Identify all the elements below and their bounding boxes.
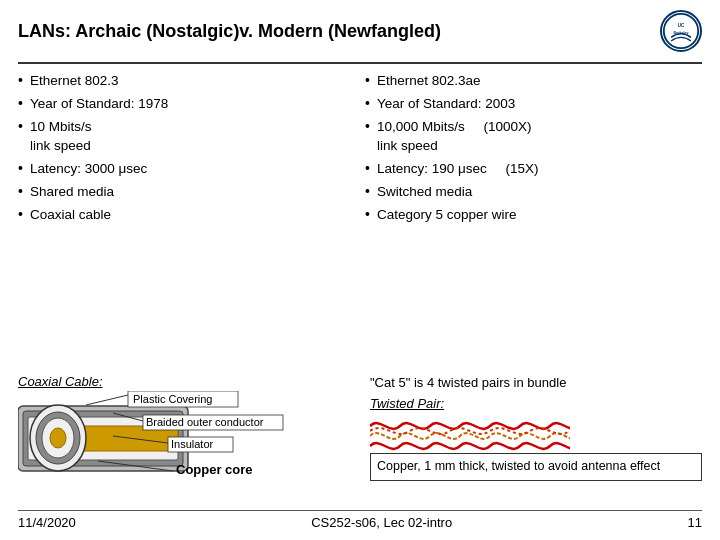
footer-page: 11 (688, 515, 702, 530)
list-item: 10 Mbits/slink speed (18, 118, 355, 154)
page-title: LANs: Archaic (Nostalgic)v. Modern (Newf… (18, 21, 441, 42)
footer: 11/4/2020 CS252-s06, Lec 02-intro 11 (18, 510, 702, 530)
twisted-label: Twisted Pair: (370, 396, 702, 411)
svg-text:Plastic Covering: Plastic Covering (133, 393, 212, 405)
logo: UC Berkeley (660, 10, 702, 52)
diagram-section: Coaxial Cable: (18, 374, 702, 504)
twisted-desc: Copper, 1 mm thick, twisted to avoid ant… (370, 453, 702, 481)
svg-text:Braided outer conductor: Braided outer conductor (146, 416, 264, 428)
list-item: 10,000 Mbits/s (1000X)link speed (365, 118, 702, 154)
list-item: Ethernet 802.3 (18, 72, 355, 90)
divider (18, 62, 702, 64)
footer-date: 11/4/2020 (18, 515, 76, 530)
page: LANs: Archaic (Nostalgic)v. Modern (Newf… (0, 0, 720, 540)
coaxial-label: Coaxial Cable: (18, 374, 103, 389)
twisted-pair-svg (370, 411, 570, 451)
left-bullet-list: Ethernet 802.3 Year of Standard: 1978 10… (18, 72, 355, 225)
right-bullet-list: Ethernet 802.3ae Year of Standard: 2003 … (365, 72, 702, 225)
svg-text:Insulator: Insulator (171, 438, 214, 450)
header: LANs: Archaic (Nostalgic)v. Modern (Newf… (18, 10, 702, 58)
coaxial-area: Coaxial Cable: (18, 374, 358, 504)
list-item: Category 5 copper wire (365, 206, 702, 224)
svg-text:Copper core: Copper core (176, 462, 253, 477)
twisted-area: "Cat 5" is 4 twisted pairs in bundle Twi… (370, 374, 702, 504)
right-column: Ethernet 802.3ae Year of Standard: 2003 … (365, 72, 702, 368)
coaxial-diagram: Plastic Covering Braided outer conductor… (18, 391, 338, 491)
svg-point-10 (50, 428, 66, 448)
footer-course: CS252-s06, Lec 02-intro (311, 515, 452, 530)
svg-line-11 (86, 395, 128, 405)
list-item: Shared media (18, 183, 355, 201)
list-item: Latency: 3000 μsec (18, 160, 355, 178)
coaxial-svg: Plastic Covering Braided outer conductor… (18, 391, 338, 496)
list-item: Switched media (365, 183, 702, 201)
list-item: Latency: 190 μsec (15X) (365, 160, 702, 178)
list-item: Ethernet 802.3ae (365, 72, 702, 90)
left-column: Ethernet 802.3 Year of Standard: 1978 10… (18, 72, 355, 368)
list-item: Year of Standard: 1978 (18, 95, 355, 113)
list-item: Year of Standard: 2003 (365, 95, 702, 113)
list-item: Coaxial cable (18, 206, 355, 224)
twisted-top-text: "Cat 5" is 4 twisted pairs in bundle (370, 374, 702, 392)
main-content: Ethernet 802.3 Year of Standard: 1978 10… (18, 72, 702, 368)
svg-text:UC: UC (678, 23, 685, 28)
